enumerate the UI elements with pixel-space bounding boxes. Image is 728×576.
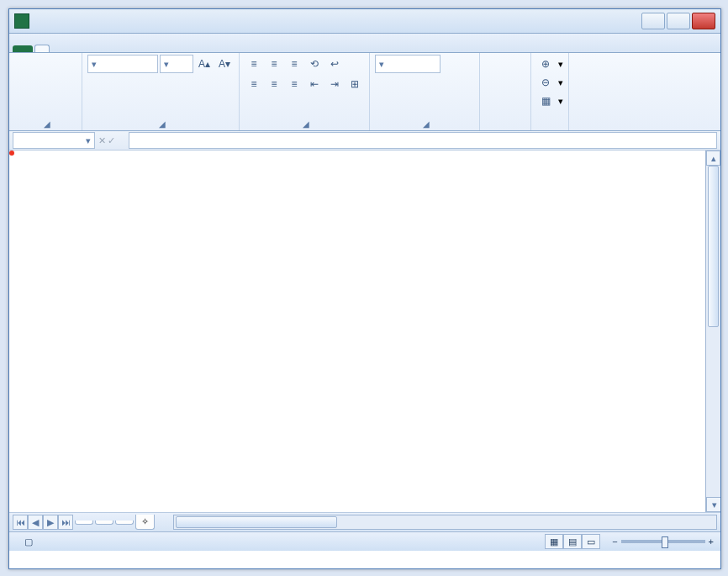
tab-data[interactable] xyxy=(95,45,110,52)
tab-review[interactable] xyxy=(110,45,125,52)
scroll-up-icon[interactable]: ▴ xyxy=(706,151,720,166)
group-label xyxy=(574,128,707,130)
file-tab[interactable] xyxy=(13,45,33,52)
redo-icon[interactable] xyxy=(68,14,82,28)
tab-home[interactable] xyxy=(34,45,50,52)
macro-record-icon[interactable]: ▢ xyxy=(24,536,33,547)
zoom-in-button[interactable]: + xyxy=(709,536,714,547)
format-painter-button[interactable] xyxy=(58,95,76,114)
zoom-thumb[interactable] xyxy=(662,536,668,548)
normal-view-button[interactable]: ▦ xyxy=(545,534,563,549)
sheet-tab-3[interactable] xyxy=(115,521,134,525)
find-icon xyxy=(670,71,694,94)
tab-abbyy[interactable] xyxy=(186,45,201,52)
scroll-thumb[interactable] xyxy=(176,516,337,528)
insert-cells-icon[interactable]: ⊕ xyxy=(536,55,555,73)
align-top-button[interactable]: ≡ xyxy=(245,55,263,73)
border-button[interactable] xyxy=(148,75,166,93)
percent-button[interactable] xyxy=(395,75,414,93)
page-layout-button[interactable]: ▤ xyxy=(563,534,582,549)
align-bottom-button[interactable]: ≡ xyxy=(285,55,303,73)
group-cells: ⊕▾ ⊖▾ ▦▾ xyxy=(531,53,569,130)
tab-view[interactable] xyxy=(125,45,140,52)
chevron-down-icon[interactable]: ▾ xyxy=(558,96,563,107)
undo-icon[interactable] xyxy=(51,14,65,28)
merge-button[interactable]: ⊞ xyxy=(346,75,364,93)
clear-button[interactable] xyxy=(574,92,593,110)
tab-foxit[interactable] xyxy=(171,45,186,52)
comma-button[interactable] xyxy=(415,75,434,93)
formula-bar[interactable] xyxy=(129,132,717,149)
paste-button[interactable] xyxy=(14,55,55,110)
tab-layout[interactable] xyxy=(65,45,80,52)
decrease-decimal-button[interactable] xyxy=(456,75,474,93)
chevron-down-icon[interactable]: ▾ xyxy=(86,135,91,146)
autosum-button[interactable] xyxy=(574,55,593,73)
chevron-down-icon[interactable]: ▾ xyxy=(162,59,171,70)
align-right-button[interactable]: ≡ xyxy=(285,75,303,93)
grow-font-button[interactable]: A▴ xyxy=(195,55,214,73)
orientation-button[interactable]: ⟲ xyxy=(305,55,324,73)
dialog-launcher-icon[interactable]: ◢ xyxy=(423,119,430,129)
chevron-down-icon[interactable]: ▾ xyxy=(558,59,563,70)
copy-button[interactable] xyxy=(58,75,76,93)
save-icon[interactable] xyxy=(34,14,48,28)
shrink-font-button[interactable]: A▾ xyxy=(215,55,234,73)
font-size-combo[interactable]: ▾ xyxy=(160,55,193,73)
italic-button[interactable] xyxy=(108,75,126,93)
maximize-button[interactable] xyxy=(667,13,690,29)
font-color-button[interactable] xyxy=(188,75,207,93)
window-controls xyxy=(641,13,715,29)
increase-decimal-button[interactable] xyxy=(435,75,454,93)
tab-insert[interactable] xyxy=(50,45,65,52)
delete-cells-icon[interactable]: ⊖ xyxy=(536,73,555,92)
minimize-button[interactable] xyxy=(641,13,665,29)
styles-button[interactable] xyxy=(485,55,525,110)
first-sheet-button[interactable]: ⏮ xyxy=(13,515,28,530)
number-format-combo[interactable]: ▾ xyxy=(375,55,440,73)
tab-formulas[interactable] xyxy=(80,45,95,52)
decrease-indent-button[interactable]: ⇤ xyxy=(305,75,324,93)
bold-button[interactable] xyxy=(87,75,106,93)
underline-button[interactable] xyxy=(128,75,146,93)
chevron-down-icon[interactable]: ▾ xyxy=(558,77,563,88)
cut-button[interactable] xyxy=(58,55,76,73)
increase-indent-button[interactable]: ⇥ xyxy=(325,75,344,93)
chevron-down-icon[interactable]: ▾ xyxy=(377,59,386,70)
group-number: ▾ ◢ xyxy=(370,53,480,130)
dialog-launcher-icon[interactable]: ◢ xyxy=(303,119,309,129)
zoom-slider[interactable] xyxy=(621,540,705,543)
tab-addins[interactable] xyxy=(156,45,171,52)
currency-button[interactable] xyxy=(375,75,393,93)
sort-filter-button[interactable] xyxy=(596,55,653,110)
chevron-down-icon[interactable]: ▾ xyxy=(90,59,98,70)
next-sheet-button[interactable]: ▶ xyxy=(43,515,58,530)
scroll-down-icon[interactable]: ▾ xyxy=(706,497,720,512)
page-break-button[interactable]: ▭ xyxy=(582,534,600,549)
new-sheet-button[interactable]: ✧ xyxy=(135,515,155,530)
align-center-button[interactable]: ≡ xyxy=(265,75,283,93)
worksheet-area: ▴ ▾ xyxy=(9,151,720,512)
font-name-combo[interactable]: ▾ xyxy=(87,55,158,73)
find-select-button[interactable] xyxy=(657,55,707,110)
align-left-button[interactable]: ≡ xyxy=(245,75,263,93)
format-cells-icon[interactable]: ▦ xyxy=(536,92,555,110)
wrap-text-button[interactable]: ↩ xyxy=(325,55,344,73)
last-sheet-button[interactable]: ⏭ xyxy=(58,515,73,530)
tab-developer[interactable] xyxy=(140,45,156,52)
scroll-thumb[interactable] xyxy=(708,166,719,327)
zoom-out-button[interactable]: − xyxy=(612,536,617,547)
dialog-launcher-icon[interactable]: ◢ xyxy=(44,119,50,129)
align-middle-button[interactable]: ≡ xyxy=(265,55,283,73)
horizontal-scrollbar[interactable] xyxy=(173,515,717,530)
sheet-tab-1[interactable] xyxy=(75,521,93,525)
close-button[interactable] xyxy=(692,13,715,29)
fill-button[interactable] xyxy=(574,73,593,92)
sort-icon xyxy=(613,71,636,94)
sheet-tab-2[interactable] xyxy=(95,521,113,525)
vertical-scrollbar[interactable]: ▴ ▾ xyxy=(705,151,720,512)
name-box[interactable]: ▾ xyxy=(13,132,95,149)
prev-sheet-button[interactable]: ◀ xyxy=(28,515,43,530)
dialog-launcher-icon[interactable]: ◢ xyxy=(159,119,166,129)
fill-color-button[interactable] xyxy=(168,75,187,93)
